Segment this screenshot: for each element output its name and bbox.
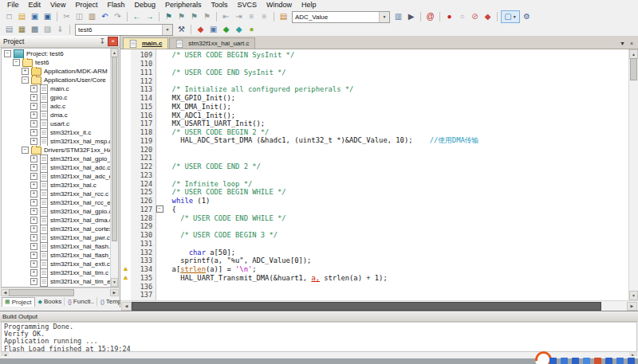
expand-icon[interactable]: + [30, 164, 37, 171]
menu-svcs[interactable]: SVCS [233, 0, 262, 10]
batch-build-icon[interactable]: ▨ [41, 24, 53, 35]
workspace-tab-functi[interactable]: {}Functi.. [65, 297, 97, 306]
code-line-113[interactable]: 113 /* Initialize all configured periphe… [120, 85, 629, 94]
bookmark-clear-icon[interactable]: ⚑ [201, 11, 213, 22]
copy-icon[interactable]: ◫ [73, 11, 85, 22]
tools-wrench-icon[interactable]: ⚙ [521, 11, 533, 22]
expand-icon[interactable]: + [30, 225, 37, 233]
expand-icon[interactable]: + [30, 234, 37, 241]
code-line-133[interactable]: 133 sprintf(a, "%u", ADC_Value[0]); [120, 256, 629, 265]
build-icon[interactable]: ▦ [16, 24, 28, 35]
tree-item-project-test6[interactable]: −Project: test6 [2, 49, 111, 58]
tree-item-stm32f1xx-hal-msp-c[interactable]: +stm32f1xx_hal_msp.c [2, 137, 111, 146]
taskbar-icon[interactable] [594, 358, 601, 364]
kill-breakpoints-icon[interactable]: ◆ [482, 11, 494, 22]
close-icon[interactable]: × [108, 37, 118, 46]
scroll-right-icon[interactable]: ▶ [110, 289, 119, 296]
menu-flash[interactable]: Flash [102, 0, 129, 10]
expand-icon[interactable]: + [30, 182, 37, 189]
find-in-files-icon[interactable]: ▤ [278, 11, 289, 22]
tree-item-main-c[interactable]: +main.c [2, 84, 111, 93]
comment-icon[interactable]: ≡ [246, 11, 258, 22]
insert-breakpoint-icon[interactable]: ● [443, 11, 455, 22]
tree-item-drivers-stm32f1xx-hal-driver[interactable]: −Drivers/STM32F1xx_HAL_Driver [2, 146, 111, 155]
code-line-128[interactable]: 128 /* USER CODE END WHILE */ [120, 213, 629, 222]
taskbar-icon[interactable] [572, 358, 579, 364]
code-line-132[interactable]: 132 char a[50]; [120, 248, 629, 256]
fold-collapse-icon[interactable]: − [156, 205, 163, 213]
expand-icon[interactable]: + [30, 155, 37, 162]
redo-icon[interactable]: ↷ [112, 11, 124, 22]
expand-icon[interactable]: + [30, 94, 37, 101]
workspace-tab-project[interactable]: ▦Project [2, 297, 35, 307]
expand-icon[interactable]: + [30, 173, 37, 180]
tree-item-stm32f1xx-hal-flash-ex-c[interactable]: +stm32f1xx_hal_flash_ex.c [2, 251, 111, 260]
code-line-131[interactable]: 131 [120, 240, 629, 249]
code-line-118[interactable]: 118 /* USER CODE BEGIN 2 */ [120, 128, 629, 137]
scroll-left-icon[interactable]: ◀ [121, 302, 132, 311]
code-line-119[interactable]: 119 HAL_ADC_Start_DMA (&hadc1, (uint32_t… [120, 137, 629, 146]
code-line-124[interactable]: 124 /* Infinite loop */ [120, 179, 629, 188]
manage-books-icon[interactable]: ▣ [207, 24, 219, 35]
bookmark-prev-icon[interactable]: ⚑ [175, 11, 187, 22]
disable-breakpoints-icon[interactable]: ⊘ [469, 11, 481, 22]
code-line-125[interactable]: 125 /* USER CODE BEGIN WHILE */ [120, 188, 629, 197]
tree-item-stm32f1xx-hal-tim-ex-c[interactable]: +stm32f1xx_hal_tim_ex.c [2, 277, 111, 286]
goto-line-icon[interactable]: ▶ [405, 11, 417, 22]
menu-peripherals[interactable]: Peripherals [160, 0, 207, 10]
target-select-combo[interactable]: test6▼ [75, 24, 173, 36]
code-line-120[interactable]: 120 [120, 145, 629, 154]
tree-item-stm32f1xx-hal-rcc-c[interactable]: +stm32f1xx_hal_rcc.c [2, 190, 111, 198]
editor-horizontal-scrollbar[interactable]: ◀ ▶ [120, 300, 638, 311]
expand-icon[interactable]: + [30, 120, 37, 127]
code-area[interactable]: 109 /* USER CODE BEGIN SysInit */110111 … [120, 49, 638, 300]
tree-item-gpio-c[interactable]: +gpio.c [2, 93, 111, 102]
taskbar-icon[interactable] [583, 358, 590, 364]
expand-icon[interactable]: + [30, 199, 37, 206]
editor-tab-main-c[interactable]: main.c [123, 37, 168, 49]
uncomment-icon[interactable]: ≡ [258, 11, 270, 22]
scroll-down-icon[interactable]: ▼ [111, 278, 118, 287]
scrollbar-thumb[interactable] [112, 57, 117, 241]
undo-icon[interactable]: ↶ [99, 11, 111, 22]
code-line-117[interactable]: 117 MX_USART1_UART_Init(); [120, 119, 629, 128]
scrollbar-thumb[interactable] [132, 302, 601, 311]
expand-icon[interactable]: + [30, 217, 37, 224]
code-line-126[interactable]: 126 while (1) [120, 197, 629, 205]
menu-tools[interactable]: Tools [206, 0, 232, 10]
tree-item-application-user-core[interactable]: −Application/User/Core [2, 76, 111, 84]
collapse-icon[interactable]: − [13, 59, 20, 66]
tree-item-stm32f1xx-hal-tim-c[interactable]: +stm32f1xx_hal_tim.c [2, 268, 111, 277]
editor-tab-stm32f1xx-hal-uart-c[interactable]: stm32f1xx_hal_uart.c [169, 37, 255, 49]
pin-icon[interactable]: ↧ [99, 37, 105, 45]
tree-item-adc-c[interactable]: +adc.c [2, 102, 111, 111]
taskbar-icon[interactable] [628, 358, 635, 364]
tree-item-stm32f1xx-hal-c[interactable]: +stm32f1xx_hal.c [2, 181, 111, 190]
expand-icon[interactable]: + [30, 138, 37, 145]
manage-run-time-env-icon[interactable]: ◆ [220, 24, 232, 35]
select-software-packs-icon[interactable]: ◆ [233, 24, 245, 35]
expand-icon[interactable]: + [22, 68, 29, 75]
taskbar-icon[interactable] [605, 358, 612, 364]
code-line-123[interactable]: 123 [120, 171, 629, 180]
options-for-target-icon[interactable]: ⚒ [175, 24, 187, 35]
translate-icon[interactable]: ▤ [3, 24, 15, 35]
expand-icon[interactable]: + [30, 269, 37, 276]
expand-icon[interactable]: + [30, 112, 37, 119]
menu-project[interactable]: Project [70, 0, 102, 10]
save-all-icon[interactable]: ▣ [41, 11, 53, 22]
tree-item-stm32f1xx-hal-adc-ex-c[interactable]: +stm32f1xx_hal_adc_ex.c [2, 172, 111, 181]
tree-item-test6[interactable]: −test6 [2, 58, 111, 67]
rebuild-icon[interactable]: ▩ [29, 24, 41, 35]
code-line-116[interactable]: 116 MX_ADC1_Init(); [120, 111, 629, 119]
tree-item-stm32f1xx-hal-cortex-c[interactable]: +stm32f1xx_hal_cortex.c [2, 225, 111, 233]
debug-windows-icon[interactable]: ▢▼ [501, 10, 520, 23]
outdent-icon[interactable]: ⇤ [220, 11, 232, 22]
expand-icon[interactable]: + [30, 243, 37, 250]
taskbar-icon[interactable] [561, 358, 568, 364]
code-line-137[interactable]: 137 [120, 291, 629, 299]
cut-icon[interactable]: ✂ [61, 11, 73, 22]
project-tree-horizontal-scrollbar[interactable]: ◀ ▶ [0, 288, 120, 296]
bookmark-next-icon[interactable]: ⚑ [188, 11, 200, 22]
menu-edit[interactable]: Edit [24, 0, 46, 10]
